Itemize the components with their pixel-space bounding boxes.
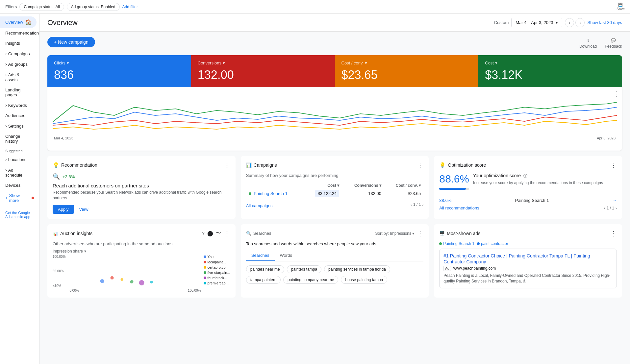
- sidebar-item-adgroups[interactable]: Ad groups: [0, 59, 37, 69]
- apply-button[interactable]: Apply: [53, 205, 74, 214]
- recommendation-panel: 💡 Recommendation ⋮ 🔍 +2.8% Reach additio…: [47, 156, 236, 219]
- clicks-card[interactable]: Clicks ▾ 836: [47, 55, 191, 87]
- opt-pagination: ‹ 1 / 1 ›: [604, 206, 617, 210]
- sidebar-item-locations[interactable]: Locations: [0, 154, 37, 165]
- pill-painting-company[interactable]: painting company near me: [283, 276, 338, 284]
- searches-more-button[interactable]: ⋮: [417, 230, 423, 237]
- opt-prev-page[interactable]: ‹: [604, 206, 605, 210]
- auction-help-icon[interactable]: ?: [202, 231, 204, 236]
- sidebar-item-recommendations[interactable]: Recommendations: [0, 28, 37, 38]
- campaign-status-chip[interactable]: Campaign status: All: [19, 3, 64, 11]
- sidebar-item-audiences[interactable]: Audiences: [0, 110, 37, 121]
- pill-tampa-painters[interactable]: tampa painters: [246, 276, 281, 284]
- view-button[interactable]: View: [77, 205, 91, 214]
- impression-share-label: Impression share ▾: [53, 249, 230, 254]
- auction-more-button[interactable]: ⋮: [224, 230, 230, 237]
- legend-dot-certapro: [204, 266, 206, 269]
- camp-next-page[interactable]: ›: [422, 202, 423, 207]
- all-recommendations-link[interactable]: All recommendations: [439, 206, 479, 210]
- rec-panel-title: 💡 Recommendation: [53, 162, 97, 168]
- ad-url: Ad www.peachpainting.com: [443, 266, 613, 271]
- next-arrow[interactable]: ›: [575, 18, 585, 27]
- camp-col-conv[interactable]: Conversions ▾: [342, 182, 384, 189]
- camp-status-dot: [249, 192, 251, 195]
- pill-painters-near-me[interactable]: painters near me: [246, 265, 284, 273]
- auction-insights-panel: 📊 Auction insights ? ⬤ 〜 ⋮ Other adverti…: [47, 224, 236, 298]
- cost-value: $3.12K: [485, 68, 616, 82]
- show-last-30-link[interactable]: Show last 30 days: [587, 20, 622, 25]
- app-banner[interactable]: Get the Google Ads mobile app: [0, 206, 39, 224]
- opt-more-button[interactable]: ⋮: [610, 161, 617, 169]
- searches-tabs: Searches Words: [246, 250, 424, 261]
- ad-tag-dot-blue: [477, 242, 480, 245]
- main-layout: Overview 🏠 Recommendations Insights Camp…: [0, 14, 630, 364]
- campaigns-pagination: ‹ 1 / 1 ›: [411, 202, 423, 207]
- opt-arrow-icon[interactable]: →: [613, 198, 617, 203]
- camp-prev-page[interactable]: ‹: [411, 202, 412, 207]
- sidebar-item-insights[interactable]: Insights: [0, 38, 37, 48]
- auction-svg: [69, 255, 201, 288]
- svg-point-2: [121, 278, 123, 281]
- camp-more-button[interactable]: ⋮: [417, 161, 423, 169]
- ads-icon: 🖥️: [439, 231, 445, 236]
- imp-share-dropdown[interactable]: ▾: [84, 249, 86, 254]
- all-campaigns-link[interactable]: All campaigns: [246, 203, 273, 208]
- sidebar-show-more[interactable]: + Show more: [0, 190, 39, 206]
- ad-tags: Painting Search 1 paint contractor: [439, 241, 617, 246]
- stats-cards: Clicks ▾ 836 Conversions ▾ 132.00: [47, 55, 622, 87]
- sidebar-item-landing-pages[interactable]: Landing pages: [0, 85, 37, 100]
- sidebar-item-settings[interactable]: Settings: [0, 121, 37, 131]
- tab-words[interactable]: Words: [275, 250, 297, 261]
- rec-description: Recommended because your Search Network …: [53, 190, 230, 201]
- feedback-button[interactable]: 💬 Feedback: [605, 38, 622, 49]
- ads-more-button[interactable]: ⋮: [610, 230, 617, 237]
- cost-per-conv-card[interactable]: Cost / conv. ▾ $23.65: [335, 55, 479, 87]
- sidebar-item-overview[interactable]: Overview 🏠: [0, 16, 37, 28]
- sort-dropdown-icon: ▾: [412, 231, 414, 236]
- prev-arrow[interactable]: ‹: [565, 18, 574, 27]
- camp-col-cost[interactable]: Cost ▾: [303, 182, 342, 189]
- ad-group-status-chip[interactable]: Ad group status: Enabled: [67, 3, 120, 11]
- rec-title: Reach additional customers on partner si…: [53, 183, 230, 188]
- legend-dot-you: [204, 255, 206, 258]
- ad-tag-painting-search: Painting Search 1: [439, 241, 474, 246]
- chart-more-button[interactable]: ⋮: [613, 90, 619, 98]
- sidebar-item-keywords[interactable]: Keywords: [0, 100, 37, 110]
- sidebar-item-change-history[interactable]: Change history: [0, 131, 37, 146]
- date-range-text: Mar 4 – Apr 3, 2023: [516, 20, 553, 25]
- filters-label: Filters: [5, 4, 17, 9]
- date-range-selector[interactable]: Mar 4 – Apr 3, 2023 ▾: [511, 18, 562, 27]
- sidebar-item-devices[interactable]: Devices: [0, 180, 37, 190]
- download-button[interactable]: ⇓ Download: [579, 38, 597, 49]
- rec-search-icon: 🔍: [53, 173, 60, 180]
- panels-row: 💡 Recommendation ⋮ 🔍 +2.8% Reach additio…: [47, 156, 622, 219]
- auction-line-icon[interactable]: 〜: [216, 230, 221, 237]
- cost-card[interactable]: Cost ▾ $3.12K: [478, 55, 622, 87]
- sidebar-item-ad-schedule[interactable]: Ad schedule: [0, 165, 37, 180]
- pill-house-painting[interactable]: house painting tampa: [341, 276, 387, 284]
- pill-painting-services[interactable]: painting services in tampa florida: [324, 265, 390, 273]
- opt-next-page[interactable]: ›: [616, 206, 617, 210]
- rec-more-button[interactable]: ⋮: [224, 161, 230, 169]
- camp-name-link[interactable]: Painting Search 1: [254, 191, 288, 196]
- save-button[interactable]: 💾 Save: [617, 3, 625, 11]
- pill-painters-tampa[interactable]: painters tampa: [287, 265, 321, 273]
- add-filter-button[interactable]: Add filter: [122, 5, 138, 9]
- conversions-card[interactable]: Conversions ▾ 132.00: [191, 55, 335, 87]
- camp-col-cpa[interactable]: Cost / conv. ▾: [384, 182, 423, 189]
- sidebar-item-ads-assets[interactable]: Ads & assets: [0, 69, 37, 85]
- table-row: Painting Search 1 $3,122.24 132.00 $23.6…: [246, 189, 424, 198]
- opt-item: 88.6% Painting Search 1 →: [439, 195, 617, 203]
- opt-info-icon[interactable]: ⓘ: [523, 174, 527, 178]
- campaigns-chart-icon: 📊: [246, 162, 252, 168]
- camp-cpa-cell: $23.65: [384, 189, 423, 198]
- new-campaign-button[interactable]: + New campaign: [47, 37, 95, 47]
- auction-bubble-icon[interactable]: ⬤: [207, 230, 213, 236]
- app-banner-label: Get the Google Ads mobile app: [5, 211, 34, 219]
- dropdown-icon: ▾: [556, 20, 558, 25]
- tab-searches[interactable]: Searches: [246, 250, 275, 261]
- legend-premiercabi: premiercabi...: [204, 281, 230, 285]
- clicks-label: Clicks ▾: [54, 61, 185, 65]
- sidebar-item-campaigns[interactable]: Campaigns: [0, 48, 37, 59]
- filter-bar: Filters Campaign status: All Ad group st…: [0, 0, 630, 14]
